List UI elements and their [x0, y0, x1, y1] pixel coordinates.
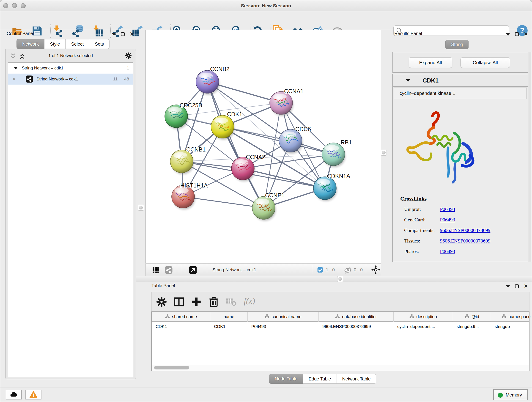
- results-entry-cdk1: CDK1 cyclin–dependent kinase 1 CrossLink…: [393, 74, 528, 262]
- bottom-splitter-handle[interactable]: [337, 276, 343, 282]
- panel-menu-icon[interactable]: [506, 33, 510, 36]
- tab-string[interactable]: String: [445, 40, 469, 49]
- right-splitter-handle[interactable]: [381, 150, 387, 156]
- edge-CDK1-RB1[interactable]: [222, 127, 333, 154]
- table-panel-controls: ✕: [506, 284, 528, 288]
- memory-button[interactable]: Memory: [493, 389, 528, 400]
- node-CCNE1[interactable]: [252, 196, 276, 221]
- column-namespace-icon: [501, 313, 506, 317]
- results-scrollbar[interactable]: [529, 52, 531, 262]
- column-header--id[interactable]: @id: [453, 312, 491, 322]
- node-CCNA1[interactable]: [270, 91, 293, 116]
- horizontal-splitter[interactable]: [136, 276, 532, 282]
- panel-menu-icon[interactable]: [112, 33, 116, 36]
- network-collection-row[interactable]: String Network – cdk1 1: [8, 63, 133, 74]
- table-cell[interactable]: 9606.ENSP00000378699: [322, 322, 393, 331]
- tab-edge-table[interactable]: Edge Table: [303, 374, 337, 384]
- column-header-namespace[interactable]: namespace: [491, 312, 532, 322]
- import-table-icon[interactable]: [91, 25, 103, 37]
- cloud-button[interactable]: [6, 390, 22, 400]
- network-options-gear-icon[interactable]: [125, 52, 132, 59]
- results-actions-box: Expand All Collapse All: [393, 52, 528, 73]
- trash-icon[interactable]: [208, 296, 220, 307]
- collapse-entry-icon[interactable]: [405, 79, 411, 82]
- column-header-database-identifier[interactable]: database identifier: [319, 312, 394, 322]
- table-cell[interactable]: CDK1: [214, 322, 247, 331]
- tab-sets[interactable]: Sets: [89, 39, 109, 49]
- panel-float-icon[interactable]: [515, 284, 519, 288]
- network-canvas[interactable]: CCNB2CCNA1CDC25BCDK1CDC6RB1CCNB1CCNA2CDK…: [146, 30, 381, 263]
- import-network-icon[interactable]: [52, 25, 64, 37]
- crosslink-link[interactable]: 9606.ENSP00000378699: [440, 227, 490, 233]
- plus-icon[interactable]: [191, 296, 202, 307]
- node-HIST1H1A[interactable]: [172, 185, 195, 210]
- scrollbar-thumb[interactable]: [154, 366, 189, 370]
- node-CCNA2[interactable]: [231, 157, 255, 181]
- panel-menu-icon[interactable]: [506, 285, 510, 288]
- columns-icon[interactable]: [173, 296, 185, 307]
- collection-count: 1: [127, 65, 129, 70]
- table-cell[interactable]: stringdb: [495, 322, 532, 331]
- column-header-shared-name[interactable]: shared name: [152, 312, 210, 322]
- tab-network-table[interactable]: Network Table: [337, 374, 376, 384]
- table-cell[interactable]: CDK1: [156, 322, 209, 331]
- table-cell[interactable]: P06493: [251, 322, 318, 331]
- node-count: 11: [113, 77, 118, 82]
- tab-style[interactable]: Style: [44, 39, 65, 49]
- tab-network[interactable]: Network: [17, 39, 44, 49]
- hidden-counts: 0 - 0: [354, 264, 363, 276]
- left-splitter-handle[interactable]: [138, 205, 144, 211]
- node-CDKN1A[interactable]: [313, 177, 337, 201]
- network-graph[interactable]: CCNB2CCNA1CDC25BCDK1CDC6RB1CCNB1CCNA2CDK…: [146, 30, 381, 263]
- table-cell[interactable]: cyclin–dependent ...: [397, 322, 452, 331]
- tab-node-table[interactable]: Node Table: [269, 374, 303, 384]
- label-CDC6: CDC6: [295, 126, 311, 132]
- crosslink-label: Tissues:: [404, 238, 420, 244]
- label-CDC25B: CDC25B: [180, 102, 202, 108]
- node-RB1[interactable]: [322, 143, 345, 167]
- memory-status-dot: [498, 393, 503, 398]
- control-panel-title: Control Panel: [7, 31, 34, 36]
- column-label: canonical name: [272, 314, 301, 319]
- results-panel-tabs: String: [445, 40, 469, 49]
- column-header-canonical-name[interactable]: canonical name: [248, 312, 319, 322]
- crosslink-link[interactable]: 9606.ENSP00000378699: [440, 238, 490, 244]
- warnings-button[interactable]: [25, 390, 41, 400]
- panel-close-icon[interactable]: ✕: [524, 284, 528, 288]
- network-row-selected[interactable]: String Network – cdk1 11 48: [8, 74, 133, 85]
- gear-icon[interactable]: [156, 296, 167, 307]
- panel-float-icon[interactable]: [121, 32, 125, 36]
- crosslink-link[interactable]: P06493: [440, 249, 455, 254]
- crosslink-label: Pharos:: [404, 249, 419, 254]
- label-CCNA1: CCNA1: [284, 88, 304, 95]
- selected-checkbox-icon[interactable]: [317, 267, 323, 273]
- panel-close-icon[interactable]: ✕: [524, 32, 528, 36]
- crosslink-label: Compartments:: [404, 227, 435, 233]
- collapse-tree-icon[interactable]: [13, 65, 19, 71]
- collapse-all-button[interactable]: Collapse All: [461, 57, 510, 68]
- expand-all-button[interactable]: Expand All: [409, 57, 452, 68]
- crosslink-link[interactable]: P06493: [440, 217, 455, 223]
- column-label: description: [416, 314, 437, 319]
- crosslink-row: Compartments: 9606.ENSP00000378699: [404, 227, 523, 238]
- birdseye-view-icon[interactable]: [189, 266, 197, 274]
- string-network-badge-icon[interactable]: [165, 266, 173, 274]
- node-CCNB1[interactable]: [170, 150, 194, 174]
- edge-CCNE1-HIST1H1A[interactable]: [183, 197, 264, 208]
- results-entry-header[interactable]: CDK1: [393, 74, 528, 87]
- grid-view-icon[interactable]: [152, 266, 159, 274]
- crosslink-link[interactable]: P06493: [440, 206, 455, 212]
- node-CDK1[interactable]: [211, 115, 234, 140]
- panel-close-icon[interactable]: ✕: [130, 32, 134, 36]
- tab-select[interactable]: Select: [65, 39, 89, 49]
- table-horizontal-scrollbar[interactable]: [152, 365, 529, 370]
- import-database-icon[interactable]: [71, 25, 83, 37]
- panel-float-icon[interactable]: [515, 32, 519, 36]
- control-panel-tabs: NetworkStyleSelectSets: [17, 39, 109, 49]
- node-table[interactable]: shared namenamecanonical namedatabase id…: [152, 312, 530, 371]
- fit-content-crosshair-icon[interactable]: [371, 265, 380, 274]
- table-cell[interactable]: stringdb:9...: [457, 322, 490, 331]
- column-header-description[interactable]: description: [394, 312, 453, 322]
- label-CCNB1: CCNB1: [186, 146, 206, 153]
- column-header-name[interactable]: name: [210, 312, 248, 322]
